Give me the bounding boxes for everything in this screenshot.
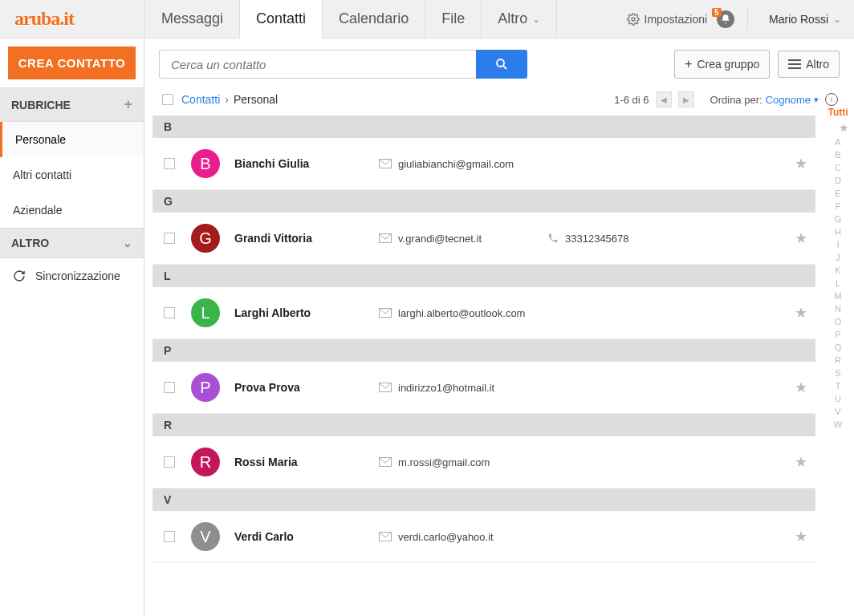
tab-contatti[interactable]: Contatti — [240, 0, 323, 38]
breadcrumb-sep: › — [225, 93, 229, 106]
alpha-letter[interactable]: J — [836, 252, 840, 263]
svg-point-1 — [497, 59, 504, 67]
avatar: P — [191, 373, 220, 402]
alpha-letter[interactable]: M — [834, 290, 841, 302]
contact-name: Grandi Vittoria — [234, 232, 379, 245]
notifications-button[interactable]: 5 — [717, 10, 734, 28]
alpha-letter[interactable]: A — [835, 136, 840, 148]
pager-range: 1-6 di 6 — [614, 94, 649, 106]
nav-tabs: Messaggi Contatti Calendario File Altro … — [144, 0, 557, 38]
app-header: aruba.it Messaggi Contatti Calendario Fi… — [0, 0, 854, 38]
chevron-down-icon: ⌄ — [123, 237, 132, 249]
tab-altro[interactable]: Altro ⌄ — [482, 0, 557, 38]
alpha-tutti[interactable]: Tutti — [828, 106, 848, 119]
sidebar-item-altri-contatti[interactable]: Altri contatti — [0, 157, 144, 192]
alpha-letter[interactable]: W — [834, 419, 842, 430]
sidebar-item-personale[interactable]: Personale — [0, 122, 144, 157]
alpha-letter[interactable]: C — [835, 162, 841, 173]
search-input[interactable] — [159, 50, 476, 79]
alpha-letter[interactable]: L — [836, 278, 840, 289]
avatar: R — [191, 448, 220, 476]
phone-icon — [547, 233, 559, 244]
alpha-letter[interactable]: B — [835, 149, 840, 160]
divider — [747, 6, 748, 31]
contact-row[interactable]: GGrandi Vittoriav.grandi@tecnet.it333123… — [152, 213, 815, 265]
mail-icon — [379, 383, 392, 392]
star-toggle[interactable]: ★ — [795, 528, 807, 545]
alpha-letter[interactable]: O — [835, 316, 842, 327]
main-panel: + Crea gruppo Altro Contatti › Personal … — [144, 38, 854, 616]
search-button[interactable] — [476, 50, 527, 79]
tab-calendario[interactable]: Calendario — [323, 0, 425, 38]
row-checkbox[interactable] — [164, 233, 175, 244]
settings-link[interactable]: Impostazioni — [627, 13, 708, 26]
alpha-letter[interactable]: V — [835, 406, 840, 417]
sidebar-item-aziendale[interactable]: Aziendale — [0, 192, 144, 228]
row-checkbox[interactable] — [164, 456, 175, 468]
avatar: V — [191, 522, 220, 551]
alpha-letter[interactable]: G — [835, 213, 842, 225]
sidebar-altro-header[interactable]: ALTRO ⌄ — [0, 228, 144, 258]
breadcrumb-root[interactable]: Contatti — [181, 93, 220, 106]
hamburger-icon — [788, 59, 801, 69]
star-toggle[interactable]: ★ — [795, 155, 807, 172]
tab-file[interactable]: File — [425, 0, 482, 38]
select-all-checkbox[interactable] — [162, 94, 173, 105]
logo: aruba.it — [0, 0, 144, 38]
alpha-letter[interactable]: N — [835, 303, 841, 314]
contact-row[interactable]: BBianchi Giuliagiuliabianchi@gmail.com★ — [152, 138, 815, 190]
alpha-letter[interactable]: T — [836, 380, 841, 391]
tab-altro-label: Altro — [498, 10, 527, 27]
sort-field[interactable]: Cognome — [766, 94, 811, 106]
star-toggle[interactable]: ★ — [795, 304, 807, 322]
contact-row[interactable]: RRossi Mariam.rossi@gmail.com★ — [152, 436, 815, 488]
alpha-letter[interactable]: E — [835, 188, 840, 199]
altro-button[interactable]: Altro — [778, 51, 840, 78]
header-right: Impostazioni 5 Mario Rossi ⌄ — [614, 0, 855, 38]
alpha-letter[interactable]: I — [836, 239, 839, 250]
row-checkbox[interactable] — [164, 531, 175, 542]
mail-icon — [379, 308, 392, 318]
svg-point-0 — [632, 18, 635, 21]
contact-row[interactable]: PProva Provaindirizzo1@hotmail.it★ — [152, 362, 815, 414]
alpha-letter[interactable]: Q — [835, 342, 842, 353]
create-contact-button[interactable]: CREA CONTATTO — [8, 47, 136, 79]
username-label: Mario Rossi — [769, 13, 828, 26]
sync-row[interactable]: Sincronizzazione — [0, 258, 144, 294]
alpha-letter[interactable]: D — [835, 175, 841, 186]
mail-icon — [379, 159, 392, 168]
alpha-letter[interactable]: S — [835, 367, 840, 379]
row-checkbox[interactable] — [164, 382, 175, 393]
pager-prev[interactable]: ◀ — [656, 91, 672, 107]
user-menu[interactable]: Mario Rossi ⌄ — [769, 13, 841, 26]
contact-name: Larghi Alberto — [234, 306, 379, 319]
create-group-button[interactable]: + Crea gruppo — [674, 50, 770, 79]
alpha-letter[interactable]: R — [835, 355, 841, 366]
alpha-letter[interactable]: P — [835, 329, 840, 340]
contact-row[interactable]: VVerdi Carloverdi.carlo@yahoo.it★ — [152, 511, 815, 563]
sort-direction-toggle[interactable]: ↑ — [825, 93, 838, 106]
create-group-label: Crea gruppo — [697, 58, 759, 71]
contact-phone: 33312345678 — [547, 233, 629, 245]
contact-name: Rossi Maria — [234, 456, 379, 468]
toolbar: + Crea gruppo Altro — [152, 50, 846, 79]
plus-icon[interactable]: + — [124, 96, 132, 113]
star-toggle[interactable]: ★ — [795, 379, 807, 396]
pager-next[interactable]: ▶ — [678, 91, 694, 107]
alpha-letter[interactable]: U — [835, 393, 841, 404]
alpha-letter[interactable]: F — [836, 201, 841, 212]
breadcrumb-row: Contatti › Personal 1-6 di 6 ◀ ▶ Ordina … — [152, 88, 846, 116]
alpha-letter[interactable]: K — [835, 265, 840, 276]
tab-messaggi[interactable]: Messaggi — [144, 0, 240, 38]
contact-row[interactable]: LLarghi Albertolarghi.alberto@outlook.co… — [152, 287, 815, 339]
alpha-letter[interactable]: H — [835, 226, 841, 237]
sync-icon — [13, 270, 26, 282]
contact-list: BBBianchi Giuliagiuliabianchi@gmail.com★… — [152, 116, 846, 616]
row-checkbox[interactable] — [164, 158, 175, 169]
row-checkbox[interactable] — [164, 307, 175, 318]
alpha-star[interactable]: ★ — [839, 120, 849, 135]
chevron-down-icon[interactable]: ▾ — [814, 95, 819, 105]
star-toggle[interactable]: ★ — [795, 229, 807, 247]
avatar: L — [191, 298, 220, 327]
star-toggle[interactable]: ★ — [795, 453, 807, 471]
